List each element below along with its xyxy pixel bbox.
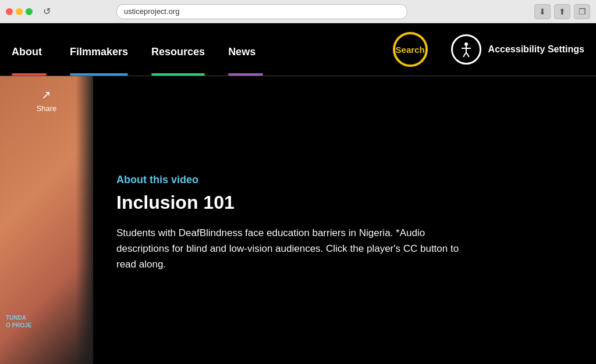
svg-point-0	[464, 42, 468, 46]
nav-bar: About Filmmakers Resources News Search	[0, 23, 596, 76]
info-panel: About this video Inclusion 101 Students …	[93, 76, 596, 364]
about-video-label: About this video	[116, 174, 573, 186]
share-browser-icon[interactable]: ⬆	[554, 4, 570, 19]
url-bar[interactable]: usticeproject.org	[116, 4, 407, 19]
accessibility-label: Accessibility Settings	[488, 44, 584, 55]
main-content: ↗ Share TUNDA O PROJE About this video I…	[0, 76, 596, 364]
share-label: Share	[37, 104, 57, 113]
nav-underline-resources	[151, 73, 205, 76]
video-title: Inclusion 101	[116, 192, 573, 213]
share-icon: ↗	[41, 88, 51, 102]
svg-line-3	[463, 52, 466, 57]
video-description: Students with DeafBlindness face educati…	[116, 225, 477, 273]
nav-label-about: About	[12, 41, 42, 58]
browser-action-icons: ⬇ ⬆ ❐	[534, 4, 590, 19]
reload-icon[interactable]: ↺	[43, 6, 51, 17]
video-overlay-text: TUNDA O PROJE	[6, 314, 31, 329]
nav-label-resources: Resources	[151, 41, 205, 58]
nav-item-resources[interactable]: Resources	[140, 23, 217, 76]
nav-item-news[interactable]: News	[217, 23, 275, 76]
nav-label-filmmakers: Filmmakers	[70, 41, 128, 58]
nav-underline-about	[12, 73, 47, 76]
download-icon[interactable]: ⬇	[534, 4, 551, 19]
nav-underline-news	[228, 73, 263, 76]
search-circle: Search	[393, 32, 428, 67]
nav-item-about[interactable]: About	[0, 23, 58, 76]
nav-item-filmmakers[interactable]: Filmmakers	[58, 23, 140, 76]
nav-underline-filmmakers	[70, 73, 128, 76]
browser-chrome: ↺ usticeproject.org ⬇ ⬆ ❐	[0, 0, 596, 23]
search-button[interactable]: Search	[381, 23, 439, 76]
search-label: Search	[396, 45, 425, 55]
video-panel: ↗ Share TUNDA O PROJE	[0, 76, 93, 364]
share-button[interactable]: ↗ Share	[37, 88, 57, 113]
accessibility-button[interactable]: Accessibility Settings	[439, 23, 596, 76]
nav-spacer	[275, 23, 381, 76]
duplicate-icon[interactable]: ❐	[574, 4, 590, 19]
video-panel-overlay	[76, 76, 93, 364]
svg-line-4	[466, 52, 469, 57]
nav-label-news: News	[228, 41, 256, 58]
accessibility-icon	[451, 34, 481, 65]
